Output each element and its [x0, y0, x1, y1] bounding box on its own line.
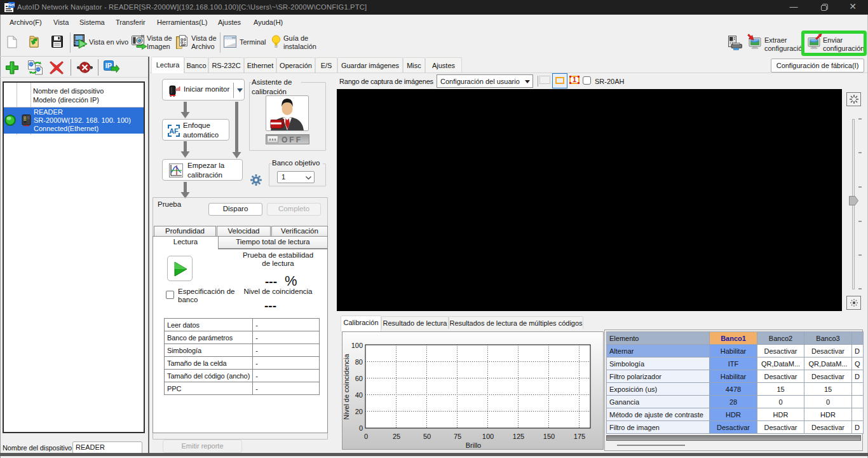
- svg-text:150: 150: [543, 433, 555, 440]
- svg-text:25: 25: [393, 433, 400, 440]
- svg-text:0: 0: [359, 424, 363, 432]
- svg-text:Nivel de coincidencia: Nivel de coincidencia: [342, 353, 350, 419]
- svg-text:50: 50: [423, 433, 431, 440]
- svg-text:0: 0: [364, 433, 368, 440]
- svg-text:60: 60: [355, 375, 363, 382]
- svg-text:175: 175: [574, 433, 585, 440]
- svg-text:80: 80: [355, 358, 363, 366]
- svg-text:40: 40: [355, 391, 363, 399]
- svg-text:100: 100: [482, 433, 494, 440]
- svg-text:100: 100: [351, 342, 363, 349]
- svg-text:20: 20: [355, 408, 363, 415]
- svg-text:Brillo: Brillo: [466, 441, 481, 449]
- svg-text:Net: Net: [8, 3, 15, 7]
- svg-text:AF: AF: [169, 127, 179, 135]
- svg-text:125: 125: [513, 433, 524, 440]
- svg-text:75: 75: [454, 433, 461, 440]
